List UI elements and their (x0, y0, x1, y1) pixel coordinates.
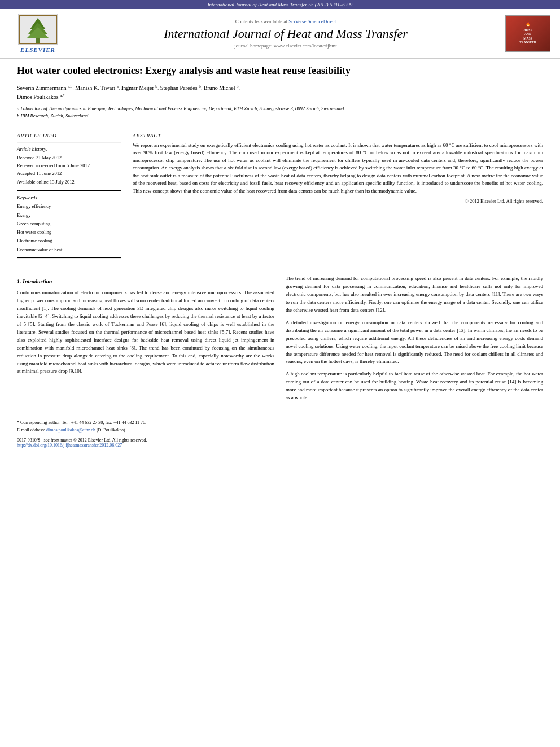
right-column: The trend of increasing demand for compu… (286, 275, 543, 407)
main-content-columns: 1. Introduction Continuous miniaturizati… (17, 275, 543, 407)
abstract-text: We report an experimental study on exerg… (133, 142, 543, 195)
author-severin: Severin Zimmermann a,b (17, 85, 72, 91)
email-address[interactable]: dimos.poulikakos@ethz.ch (46, 427, 95, 433)
doi-link[interactable]: http://dx.doi.org/10.1016/j.ijheatmasstr… (17, 443, 543, 448)
received-revised-date: Received in revised form 6 June 2012 (17, 161, 121, 169)
journal-title: International Journal of Heat and Mass T… (73, 27, 498, 41)
keywords-label: Keywords: (17, 195, 121, 200)
keywords-list: Energy efficiency Exergy Green computing… (17, 202, 121, 254)
keyword-4: Hot water cooling (17, 228, 121, 237)
author-manish: Manish K. Tiwari a (75, 85, 118, 91)
left-column: 1. Introduction Continuous miniaturizati… (17, 275, 274, 407)
email-person: (D. Poulikakos). (97, 427, 126, 433)
elsevier-label: ELSEVIER (20, 46, 55, 53)
abstract-column: ABSTRACT We report an experimental study… (133, 133, 543, 263)
intro-para3: A detailed investigation on energy consu… (286, 319, 543, 366)
intro-para4: A high coolant temperature is particular… (286, 370, 543, 402)
article-history-label: Article history: (17, 146, 121, 152)
article-info-abstract-section: ARTICLE INFO Article history: Received 2… (17, 133, 543, 263)
received-date: Received 21 May 2012 (17, 154, 121, 161)
affiliation-a: a Laboratory of Thermodynamics in Emergi… (17, 105, 543, 112)
copyright-line: © 2012 Elsevier Ltd. All rights reserved… (133, 198, 543, 204)
footnotes-area: * Corresponding author. Tel.: +41 44 632… (17, 416, 543, 448)
article-title: Hot water cooled electronics: Exergy ana… (17, 64, 543, 77)
info-divider-2 (17, 190, 121, 191)
sciverse-link[interactable]: SciVerse ScienceDirect (288, 19, 336, 24)
affiliation-b: b IBM Research, Zurich, Switzerland (17, 112, 543, 120)
introduction-heading: 1. Introduction (17, 277, 274, 286)
divider-before-introduction (17, 270, 543, 270)
author-stephan: Stephan Paredes b (160, 85, 201, 91)
elsevier-tree-image (18, 14, 58, 45)
article-info-heading: ARTICLE INFO (17, 133, 121, 138)
keyword-3: Green computing (17, 220, 121, 228)
journal-cover-text: 🔥 HEAT AND MASS TRANSFER (519, 22, 536, 45)
keyword-1: Energy efficiency (17, 202, 121, 211)
info-divider-1 (17, 142, 121, 143)
affiliations: a Laboratory of Thermodynamics in Emergi… (17, 105, 543, 120)
journal-citation-text: International Journal of Heat and Mass T… (208, 2, 353, 7)
journal-citation-bar: International Journal of Heat and Mass T… (0, 0, 560, 9)
corresponding-text: * Corresponding author. Tel.: +41 44 632… (17, 420, 146, 425)
author-ingmar: Ingmar Meijer b (121, 85, 158, 91)
journal-homepage: journal homepage: www.elsevier.com/locat… (73, 43, 498, 49)
issn-line: 0017-9310/$ - see front matter © 2012 El… (17, 438, 543, 448)
journal-header: ELSEVIER Contents lists available at Sci… (0, 9, 560, 59)
journal-title-area: Contents lists available at SciVerse Sci… (73, 19, 498, 49)
author-bruno: Bruno Michel b (204, 85, 239, 91)
article-body: Hot water cooled electronics: Exergy ana… (0, 59, 560, 459)
article-info-column: ARTICLE INFO Article history: Received 2… (17, 133, 121, 263)
email-note: E-mail address: dimos.poulikakos@ethz.ch… (17, 427, 543, 434)
elsevier-tree-svg (19, 15, 57, 44)
info-divider-3 (17, 257, 121, 259)
email-label: E-mail address: (17, 427, 46, 433)
author-dimos: Dimos Poulikakos a,* (17, 94, 64, 100)
divider-after-affiliations (17, 128, 543, 128)
journal-cover-image: 🔥 HEAT AND MASS TRANSFER (505, 15, 550, 52)
corresponding-author-note: * Corresponding author. Tel.: +41 44 632… (17, 420, 543, 427)
article-dates: Received 21 May 2012 Received in revised… (17, 154, 121, 186)
available-online-date: Available online 13 July 2012 (17, 178, 121, 186)
elsevier-logo: ELSEVIER (7, 14, 69, 53)
abstract-heading: ABSTRACT (133, 133, 543, 138)
elsevier-logo-area: ELSEVIER (7, 14, 69, 53)
journal-cover-area: 🔥 HEAT AND MASS TRANSFER (502, 15, 553, 52)
accepted-date: Accepted 11 June 2012 (17, 169, 121, 177)
authors-line: Severin Zimmermann a,b, Manish K. Tiwari… (17, 83, 543, 102)
keyword-5: Electronic cooling (17, 237, 121, 245)
contents-available-text: Contents lists available at SciVerse Sci… (73, 19, 498, 24)
intro-para2: The trend of increasing demand for compu… (286, 275, 543, 314)
issn-text: 0017-9310/$ - see front matter © 2012 El… (17, 438, 543, 443)
keyword-6: Economic value of heat (17, 246, 121, 254)
introduction-para1: Continuous miniaturization of electronic… (17, 289, 274, 375)
keyword-2: Exergy (17, 211, 121, 220)
